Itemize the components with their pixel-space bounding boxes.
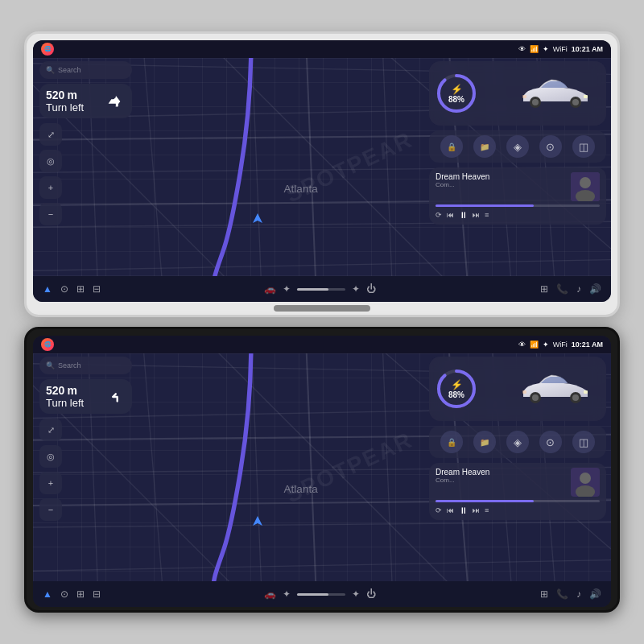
signal-icon-b: 📶	[530, 341, 539, 349]
zoom-out-btn[interactable]: −	[39, 203, 62, 225]
nav-info: 520 m Turn left	[46, 89, 98, 114]
car-center-icon-b[interactable]: 🚗	[264, 588, 276, 600]
music-text: Dream Heaven Com...	[436, 172, 566, 201]
battery-percent-b: ⚡ 88%	[436, 368, 477, 410]
fan-icon[interactable]: ✦	[283, 283, 291, 295]
bottom-bar-black: ▲ ⊙ ⊞ ⊟ 🚗 ✦ ✦ ⏻ ⊞ 📞 ♪ 🔊	[33, 581, 611, 607]
music-progress[interactable]	[436, 204, 600, 207]
svg-line-36	[382, 353, 394, 581]
volume-slider-center-b[interactable]	[297, 593, 345, 596]
svg-line-34	[142, 353, 163, 581]
prev-btn-b[interactable]: ⏮	[447, 506, 454, 514]
beam-btn-b[interactable]: ◈	[506, 431, 529, 453]
zoom-in-btn-b[interactable]: +	[39, 472, 62, 494]
volume-icon-b[interactable]: 🔊	[589, 588, 601, 600]
time-display-b: 10:21 AM	[572, 341, 603, 349]
bluetooth-icon: ✦	[543, 45, 549, 53]
battery-ring-b: ⚡ 88%	[436, 368, 477, 410]
grid1-icon-b[interactable]: ⊞	[76, 588, 85, 600]
battery-percentage-b: 88%	[448, 390, 464, 399]
music-progress-b[interactable]	[436, 500, 600, 502]
svg-line-5	[382, 58, 394, 276]
right-panel-white: ⚡ 88%	[429, 61, 606, 225]
search-bar-b[interactable]: 🔍 Search	[39, 357, 132, 374]
list-btn-b[interactable]: ≡	[485, 506, 489, 514]
main-content-black: Atlanta SPOTPEAR 🔍 Search	[33, 353, 611, 581]
battery-ring: ⚡ 88%	[436, 72, 477, 114]
next-btn[interactable]: ⏭	[473, 211, 480, 219]
repeat-btn[interactable]: ⟳	[436, 211, 442, 219]
lock-btn[interactable]: 🔒	[440, 135, 463, 158]
fan2-icon[interactable]: ✦	[352, 283, 360, 295]
next-btn-b[interactable]: ⏭	[473, 506, 480, 514]
status-right: 👁 📶 ✦ WiFi 10:21 AM	[518, 45, 603, 53]
nav-distance: 520 m	[46, 89, 98, 101]
volume-slider-center[interactable]	[297, 288, 345, 291]
battery-card-b: ⚡ 88%	[429, 357, 606, 421]
car-image-b	[484, 365, 600, 413]
prev-btn[interactable]: ⏮	[447, 211, 454, 219]
battery-card: ⚡ 88%	[429, 61, 606, 126]
beam2-btn[interactable]: ⊙	[539, 135, 562, 158]
turn-arrow	[103, 90, 126, 113]
phone-icon-b[interactable]: 📞	[556, 588, 568, 600]
music-controls-b: ⟳ ⏮ ⏸ ⏭ ≡	[436, 506, 600, 515]
screen-black: 🌐 👁 📶 ✦ WiFi 10:21 AM	[33, 336, 611, 607]
bottom-center: 🚗 ✦ ✦ ⏻	[264, 283, 376, 295]
time-display: 10:21 AM	[572, 45, 603, 53]
list-btn[interactable]: ≡	[485, 211, 489, 219]
expand-btn[interactable]: ⤢	[39, 123, 62, 146]
svg-point-29	[580, 177, 591, 188]
folder-btn[interactable]: 📁	[473, 135, 496, 158]
search-bar[interactable]: 🔍 Search	[39, 61, 132, 79]
distance-unit-b: m	[67, 384, 76, 397]
svg-marker-19	[253, 213, 262, 223]
svg-rect-26	[584, 95, 588, 98]
zoom-in-btn[interactable]: +	[39, 176, 62, 199]
grid1-icon[interactable]: ⊞	[76, 283, 85, 295]
folder-btn-b[interactable]: 📁	[473, 431, 496, 453]
wifi-icon: WiFi	[553, 45, 568, 53]
climate-icon[interactable]: ⊟	[93, 283, 101, 295]
expand-btn-b[interactable]: ⤢	[39, 419, 62, 441]
power-icon[interactable]: ⏻	[366, 283, 376, 295]
beam3-btn-b[interactable]: ◫	[572, 431, 595, 453]
steering-icon-b[interactable]: ⊙	[60, 588, 68, 600]
climate-icon-b[interactable]: ⊟	[93, 588, 101, 600]
apps-icon-b[interactable]: ⊞	[540, 588, 548, 600]
apps-icon[interactable]: ⊞	[540, 283, 548, 295]
music-card: Dream Heaven Com...	[429, 167, 606, 225]
volume-icon[interactable]: 🔊	[589, 283, 601, 295]
screen-white: 🌐 👁 📶 ✦ WiFi 10:21 AM	[33, 40, 611, 302]
repeat-btn-b[interactable]: ⟳	[436, 506, 442, 514]
nav-card: 520 m Turn left	[39, 84, 132, 118]
music-icon-b[interactable]: ♪	[576, 588, 581, 600]
search-icon: 🔍	[46, 66, 55, 74]
compass-btn[interactable]: ◎	[39, 150, 62, 172]
compass-btn-b[interactable]: ◎	[39, 445, 62, 468]
control-buttons-b: 🔒 📁 ◈ ⊙ ◫	[429, 426, 606, 458]
svg-point-54	[532, 394, 539, 401]
wifi-icon-b: WiFi	[553, 341, 568, 349]
bluetooth-icon-b: ✦	[543, 341, 549, 349]
beam3-btn[interactable]: ◫	[572, 135, 595, 158]
phone-icon[interactable]: 📞	[556, 283, 568, 295]
zoom-out-btn-b[interactable]: −	[39, 498, 62, 521]
pause-btn[interactable]: ⏸	[459, 210, 468, 220]
music-card-inner: Dream Heaven Com...	[436, 172, 600, 201]
power-icon-b[interactable]: ⏻	[366, 588, 376, 600]
music-title-b: Dream Heaven	[436, 468, 566, 477]
beam2-btn-b[interactable]: ⊙	[539, 431, 562, 453]
status-left: 🌐	[41, 43, 54, 56]
fan2-icon-b[interactable]: ✦	[352, 588, 360, 600]
music-progress-fill-b	[436, 500, 534, 502]
music-icon[interactable]: ♪	[576, 283, 581, 295]
nav-icon[interactable]: ▲	[43, 283, 52, 295]
fan-icon-b[interactable]: ✦	[283, 588, 291, 600]
nav-icon-b[interactable]: ▲	[43, 588, 52, 600]
beam-btn[interactable]: ◈	[506, 135, 529, 158]
car-center-icon[interactable]: 🚗	[264, 283, 276, 295]
lock-btn-b[interactable]: 🔒	[440, 431, 463, 453]
steering-icon[interactable]: ⊙	[60, 283, 68, 295]
pause-btn-b[interactable]: ⏸	[459, 506, 468, 515]
